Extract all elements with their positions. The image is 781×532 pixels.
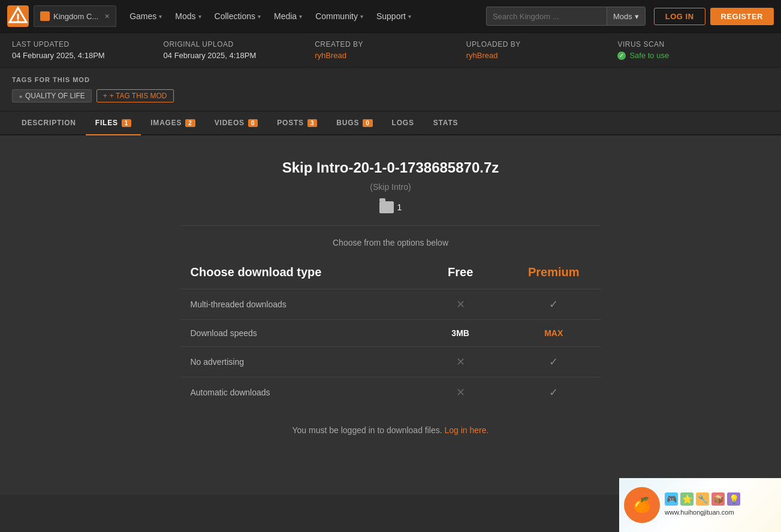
tabs-bar: DESCRIPTION FILES 1 IMAGES 2 VIDEOS 0 PO… — [0, 111, 781, 135]
table-row: Multi-threaded downloads ✕ ✓ — [181, 289, 601, 320]
check-icon: ✓ — [549, 356, 558, 368]
free-value-advertising: ✕ — [414, 347, 507, 377]
main-content: Skip Intro-20-1-0-1738685870.7z (Skip In… — [0, 135, 781, 495]
login-button[interactable]: LOG IN — [654, 8, 705, 25]
svg-point-3 — [17, 20, 19, 23]
chevron-down-icon: ▾ — [408, 13, 411, 20]
tags-title: TAGS FOR THIS MOD — [12, 76, 769, 83]
col-header-premium: Premium — [507, 265, 601, 289]
meta-row: Last updated 04 February 2025, 4:18PM Or… — [0, 33, 781, 68]
table-row: Download speeds 3MB MAX — [181, 320, 601, 347]
virus-safe-icon: ✓ — [617, 52, 626, 60]
login-here-link[interactable]: Log in here. — [445, 425, 489, 435]
tag-this-mod-button[interactable]: + + TAG THIS MOD — [97, 89, 174, 102]
nav-media[interactable]: Media ▾ — [268, 8, 308, 25]
browser-tab[interactable]: Kingdom C... ✕ — [34, 5, 116, 27]
chevron-down-icon: ▾ — [635, 12, 639, 21]
tab-favicon — [40, 11, 50, 21]
table-row: Automatic downloads ✕ ✓ — [181, 377, 601, 408]
login-prompt-text: You must be logged in to download files. — [293, 425, 442, 435]
check-icon: ✓ — [549, 298, 558, 310]
choose-text: Choose from the options below — [181, 238, 601, 247]
created-by-link[interactable]: ryhBread — [315, 51, 454, 60]
search-input[interactable] — [487, 12, 607, 21]
tab-description[interactable]: DESCRIPTION — [12, 111, 86, 135]
last-updated-meta: Last updated 04 February 2025, 4:18PM — [12, 40, 164, 60]
folder-count: 1 — [397, 202, 402, 212]
register-button[interactable]: REGISTER — [710, 8, 774, 25]
speed-premium-label: MAX — [544, 328, 563, 338]
chevron-down-icon: ▾ — [360, 13, 363, 20]
ad-icon-2: ⭐ — [680, 492, 693, 495]
original-upload-meta: Original upload 04 February 2025, 4:18PM — [164, 40, 315, 60]
tab-posts[interactable]: POSTS 3 — [267, 111, 327, 135]
plus-icon: + — [103, 92, 107, 100]
feature-label: Multi-threaded downloads — [181, 289, 414, 320]
chevron-down-icon: ▾ — [258, 13, 261, 20]
speed-free-label: 3MB — [451, 328, 469, 338]
tag-icon: ⬥ — [19, 92, 23, 100]
tab-files[interactable]: FILES 1 — [86, 111, 141, 135]
col-header-feature: Choose download type — [181, 265, 414, 289]
chevron-down-icon: ▾ — [299, 13, 302, 20]
bottom-ad: 🍊 🎮 ⭐ 🔧 📦 💡 www.huihongjituan.com — [619, 478, 781, 495]
ad-text: 🎮 ⭐ 🔧 📦 💡 www.huihongjituan.com — [665, 492, 740, 495]
ad-icon-3: 🔧 — [696, 492, 709, 495]
ad-icon-4: 📦 — [711, 492, 725, 495]
file-subtitle: (Skip Intro) — [181, 182, 601, 192]
uploaded-by-meta: Uploaded by ryhBread — [466, 40, 618, 60]
ad-icon-1: 🎮 — [665, 492, 678, 495]
tab-bugs[interactable]: BUGS 0 — [327, 111, 382, 135]
nav-logo — [7, 5, 29, 27]
table-row: No advertising ✕ ✓ — [181, 347, 601, 377]
cross-icon: ✕ — [456, 356, 465, 368]
feature-label: Download speeds — [181, 320, 414, 347]
videos-badge: 0 — [248, 119, 258, 127]
tab-stats[interactable]: STATS — [424, 111, 468, 135]
nav-support[interactable]: Support ▾ — [370, 8, 417, 25]
nav-games[interactable]: Games ▾ — [123, 8, 168, 25]
nav-menu: Games ▾ Mods ▾ Collections ▾ Media ▾ Com… — [123, 8, 417, 25]
nav-community[interactable]: Community ▾ — [309, 8, 369, 25]
ad-icons: 🎮 ⭐ 🔧 📦 💡 — [665, 492, 740, 495]
tab-videos[interactable]: VIDEOS 0 — [205, 111, 268, 135]
nav-mods[interactable]: Mods ▾ — [169, 8, 207, 25]
login-prompt: You must be logged in to download files.… — [181, 425, 601, 435]
file-name: Skip Intro-20-1-0-1738685870.7z — [181, 159, 601, 176]
file-folder-row: 1 — [181, 201, 601, 213]
chevron-down-icon: ▾ — [159, 13, 162, 20]
search-bar: Mods ▾ — [486, 7, 646, 26]
tab-logs[interactable]: LOGS — [382, 111, 424, 135]
tab-title: Kingdom C... — [53, 12, 98, 21]
free-value-speed: 3MB — [414, 320, 507, 347]
download-type-table: Choose download type Free Premium Multi-… — [181, 265, 601, 407]
tab-images[interactable]: IMAGES 2 — [141, 111, 205, 135]
check-icon: ✓ — [549, 386, 558, 398]
created-by-meta: Created by ryhBread — [315, 40, 466, 60]
feature-label: Automatic downloads — [181, 377, 414, 408]
bottom-ad-inner: 🍊 🎮 ⭐ 🔧 📦 💡 www.huihongjituan.com — [619, 478, 781, 495]
bugs-badge: 0 — [363, 119, 372, 127]
files-badge: 1 — [122, 119, 131, 127]
tag-quality-of-life[interactable]: ⬥ QUALITY OF LIFE — [12, 89, 92, 102]
premium-value-auto: ✓ — [507, 377, 601, 408]
cross-icon: ✕ — [456, 298, 465, 310]
premium-value-advertising: ✓ — [507, 347, 601, 377]
tag-label: QUALITY OF LIFE — [25, 92, 85, 100]
tags-list: ⬥ QUALITY OF LIFE + + TAG THIS MOD — [12, 89, 769, 102]
tags-section: TAGS FOR THIS MOD ⬥ QUALITY OF LIFE + + … — [0, 68, 781, 111]
virus-scan-status: Safe to use — [629, 51, 669, 60]
search-scope-dropdown[interactable]: Mods ▾ — [607, 7, 645, 25]
tab-close-icon[interactable]: ✕ — [104, 13, 110, 20]
cross-icon: ✕ — [456, 386, 465, 398]
uploaded-by-link[interactable]: ryhBread — [466, 51, 606, 60]
folder-icon — [379, 201, 394, 213]
posts-badge: 3 — [307, 119, 317, 127]
navbar: Kingdom C... ✕ Games ▾ Mods ▾ Collection… — [0, 0, 781, 33]
ad-logo: 🍊 — [624, 487, 660, 495]
nav-actions: LOG IN REGISTER — [654, 8, 774, 25]
nav-collections[interactable]: Collections ▾ — [209, 8, 267, 25]
free-value-auto: ✕ — [414, 377, 507, 408]
file-card: Skip Intro-20-1-0-1738685870.7z (Skip In… — [181, 159, 601, 435]
images-badge: 2 — [185, 119, 195, 127]
